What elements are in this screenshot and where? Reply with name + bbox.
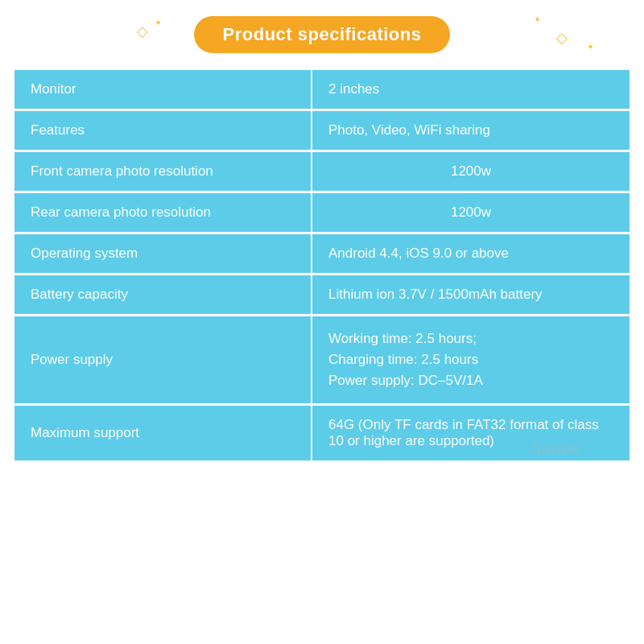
spec-value-line: Charging time: 2.5 hours xyxy=(328,352,613,368)
spec-label: Power supply xyxy=(14,316,312,403)
spec-value: 2 inches xyxy=(312,70,630,109)
spec-value: 1200w xyxy=(312,193,630,232)
spec-value-line: Working time: 2.5 hours; xyxy=(328,331,613,347)
spec-value: 64G (Only TF cards in FAT32 format of cl… xyxy=(312,406,630,460)
spec-label: Operating system xyxy=(14,234,312,273)
table-row: FeaturesPhoto, Video, WiFi sharing xyxy=(14,111,630,150)
page-title: Product specifications xyxy=(194,16,451,53)
spec-label: Maximum support xyxy=(14,406,312,460)
spec-label: Monitor xyxy=(14,70,312,109)
table-row: Rear camera photo resolution1200w xyxy=(14,193,630,232)
spec-label: Features xyxy=(14,111,312,150)
spec-value: Lithium ion 3.7V / 1500mAh battery xyxy=(312,275,630,314)
table-row: Maximum support64G (Only TF cards in FAT… xyxy=(14,406,630,460)
spec-value: Working time: 2.5 hours;Charging time: 2… xyxy=(312,316,630,403)
table-row: Monitor2 inches xyxy=(14,70,630,109)
table-row: Front camera photo resolution1200w xyxy=(14,152,630,191)
spec-label: Front camera photo resolution xyxy=(14,152,312,191)
spec-label: Rear camera photo resolution xyxy=(14,193,312,232)
page-wrapper: ◇ ✦ ◇ ✦ ✦ Product specifications Monitor… xyxy=(0,0,644,644)
spec-table: Monitor2 inchesFeaturesPhoto, Video, WiF… xyxy=(14,68,630,463)
spec-value: Photo, Video, WiFi sharing xyxy=(312,111,630,150)
table-row: Operating systemAndroid 4.4, iOS 9.0 or … xyxy=(14,234,630,273)
spec-label: Battery capacity xyxy=(14,275,312,314)
table-row: Power supplyWorking time: 2.5 hours;Char… xyxy=(14,316,630,403)
spec-value-line: Power supply: DC–5V/1A xyxy=(328,373,613,389)
table-row: Battery capacityLithium ion 3.7V / 1500m… xyxy=(14,275,630,314)
spec-value: 1200w xyxy=(312,152,630,191)
spec-value: Android 4.4, iOS 9.0 or above xyxy=(312,234,630,273)
header: Product specifications xyxy=(14,16,630,53)
